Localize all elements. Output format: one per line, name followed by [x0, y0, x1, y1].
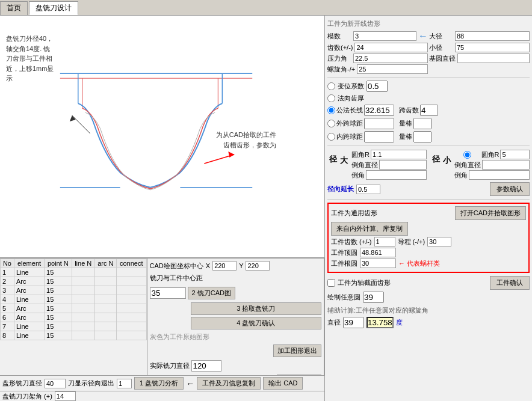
pressure-angle-row: 压力角: [327, 54, 428, 63]
radio-inner-ball[interactable]: [327, 133, 335, 141]
modulus-input[interactable]: [353, 31, 416, 41]
pick-cutter-button[interactable]: 3 拾取盘铣刀: [191, 302, 321, 315]
tab-disc-mill[interactable]: 盘铣刀设计: [29, 1, 78, 15]
chamfer-input[interactable]: [366, 170, 427, 180]
workpiece-root-label: 工件根圆: [331, 259, 357, 268]
lead-input[interactable]: [427, 237, 451, 246]
data-table: No element point N line N arc N connect …: [0, 259, 147, 340]
disc-confirm-button[interactable]: 4 盘铣刀确认: [191, 317, 321, 329]
measuring-pin1-label: 量棒: [399, 119, 412, 128]
small-chamfer-label: 倒角: [454, 171, 468, 180]
outer-ball-input[interactable]: [364, 118, 394, 129]
mill-center-dist-input-row: 2 铣刀CAD图: [150, 287, 321, 299]
tab-home[interactable]: 首页: [0, 1, 28, 15]
actual-diameter-row: 实际铣刀直径: [150, 360, 321, 372]
large-dia-label: 大径: [429, 32, 453, 41]
disc-diameter-input[interactable]: [45, 379, 66, 388]
straight-input[interactable]: [343, 317, 364, 328]
disc-diameter-label: 盘形铣刀直径: [2, 379, 42, 388]
note-gray: 灰色为工件原始图形: [150, 332, 321, 341]
workpiece-teeth-input[interactable]: [374, 237, 395, 246]
arrow-blue: ←: [418, 31, 428, 41]
base-circle-label: 基圆直径: [429, 54, 456, 63]
output-cad-button[interactable]: 输出 CAD: [263, 377, 303, 390]
copy-info-button[interactable]: 工件及刀信息复制: [197, 377, 261, 390]
small-fillet-r-input[interactable]: [500, 150, 530, 159]
params-grid-top: 模数 ← 大径 齿数(+/-) 小径 压力角 基圆直径: [327, 31, 530, 74]
axis-cross-checkbox[interactable]: [327, 279, 335, 287]
workpiece-general-label: 工件为通用齿形: [331, 209, 377, 218]
bottom-bar: 盘形铣刀直径 刀显示径向退出 1 盘铣刀分析 ← 工件及刀信息复制 输出 CAD: [0, 375, 324, 391]
small-dia-label: 小径: [429, 43, 453, 52]
radio-inner-ball-label: 内跨球距: [336, 132, 363, 141]
table-row: 8Line15: [1, 331, 147, 340]
cad-center-y-input[interactable]: [246, 261, 270, 271]
table-row: 5Arc15: [1, 304, 147, 313]
cad-center-x-input[interactable]: [212, 261, 237, 271]
display-show-input[interactable]: [117, 379, 132, 388]
chamfer-dia-input[interactable]: [379, 160, 427, 170]
radio-normal-tooth-label: 法向齿厚: [338, 94, 364, 103]
exit-shape-button[interactable]: 加工图形退出: [273, 344, 321, 357]
straight-label: 直径: [327, 318, 341, 327]
cutter-angle-label: 盘铣刀刀架角 (+): [2, 392, 52, 401]
pressure-angle-input[interactable]: [353, 54, 428, 63]
open-cad-button[interactable]: 打开CAD并拾取图形: [455, 206, 526, 220]
radio-displacement[interactable]: [327, 82, 335, 90]
cad-center-y-label: Y: [239, 262, 243, 269]
cad-center-label: CAD绘图坐标中心: [150, 262, 203, 271]
small-chamfer-input[interactable]: [469, 170, 530, 180]
base-circle-input[interactable]: [457, 54, 530, 63]
radial-extend-row: 径向延长: [327, 185, 380, 194]
actual-diameter-input[interactable]: [191, 360, 221, 372]
small-fillet-r-radio[interactable]: [454, 151, 480, 159]
col-connect: connect: [116, 259, 146, 268]
mill-center-dist-input[interactable]: [150, 287, 186, 299]
helix-angle-input[interactable]: [357, 64, 428, 74]
calc-lib-button[interactable]: 来自内外计算、库复制: [331, 222, 408, 236]
canvas-area: 盘铣刀外径40，轴交角14度. 铣刀齿形与工件相近，上移1mm显示 为从CAD拾…: [0, 16, 324, 258]
mill-cad-button[interactable]: 2 铣刀CAD图: [188, 287, 235, 299]
radial-extend-label: 径向延长: [327, 185, 354, 194]
actual-diameter-label: 实际铣刀直径: [150, 361, 190, 370]
workpiece-teeth-label: 工件齿数 (+/-): [331, 237, 372, 246]
small-dia-row: 小径: [429, 43, 530, 52]
base-circle-row: 基圆直径: [429, 54, 530, 63]
radio-outer-ball[interactable]: [327, 120, 335, 127]
workpiece-confirm-button[interactable]: 工件确认: [490, 276, 530, 290]
workpiece-root-input[interactable]: [360, 259, 396, 268]
col-arcn: arc N: [94, 259, 116, 268]
common-length-input[interactable]: [364, 105, 394, 116]
inner-ball-input[interactable]: [364, 131, 394, 142]
chamfer-dia-row: 倒角直径: [351, 160, 427, 170]
measuring-pin2-input[interactable]: [413, 131, 431, 142]
table-row: 2Arc15: [1, 277, 147, 286]
measuring-pin1-input[interactable]: [413, 118, 431, 129]
params-confirm-button[interactable]: 参数确认: [490, 182, 530, 196]
pressure-angle-label: 压力角: [327, 54, 351, 63]
workpiece-top-input[interactable]: [360, 248, 396, 257]
fillet-r-input[interactable]: [371, 150, 427, 159]
table-row: 6Arc15: [1, 313, 147, 322]
worm-type-label: ← 代表蜗杆类: [398, 259, 440, 268]
result-input[interactable]: [367, 317, 394, 328]
small-chamfer-dia-input[interactable]: [482, 160, 530, 170]
displacement-input[interactable]: [367, 81, 388, 92]
axis-cross-label: 工件为轴截面齿形: [338, 278, 391, 287]
cutter-angle-input[interactable]: [55, 391, 76, 401]
teeth-input[interactable]: [354, 43, 428, 52]
analysis-button[interactable]: 1 盘铣刀分析: [134, 377, 184, 390]
table-row: 1Line15: [1, 268, 147, 277]
draw-circle-input[interactable]: [363, 292, 384, 303]
workpiece-top-row: 工件顶圆: [331, 248, 526, 257]
small-fillet-r-label: 圆角R: [481, 150, 500, 159]
radial-extend-input[interactable]: [356, 185, 380, 194]
span-teeth-input[interactable]: [420, 105, 438, 116]
radio-normal-tooth[interactable]: [327, 94, 335, 102]
small-chamfer-dia-label: 倒角直径: [454, 161, 481, 170]
tab-bar: 首页 盘铣刀设计: [0, 0, 532, 16]
small-dia-input[interactable]: [455, 43, 530, 52]
large-dia-input[interactable]: [455, 31, 530, 41]
radio-common-length[interactable]: [327, 106, 335, 114]
table-row: 3Arc15: [1, 286, 147, 295]
